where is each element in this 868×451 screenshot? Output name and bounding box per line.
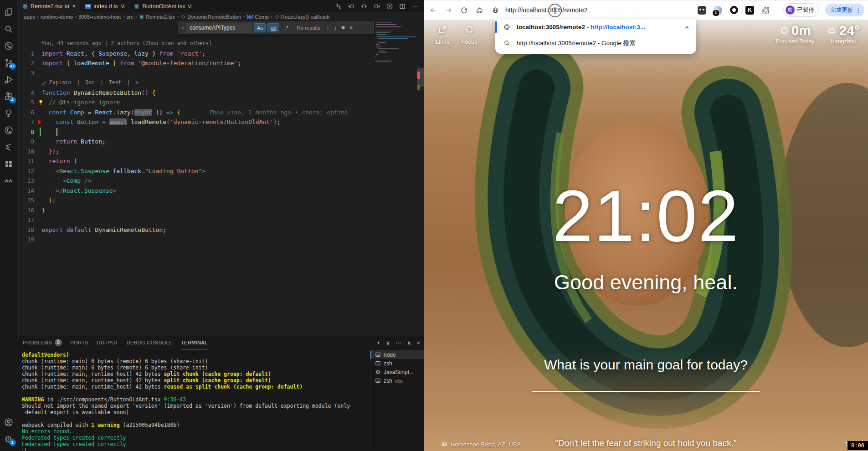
extension-globe-icon[interactable]: 1 bbox=[713, 5, 723, 15]
back-icon[interactable] bbox=[426, 4, 439, 16]
breadcrumb-item-apps[interactable]: apps bbox=[24, 14, 35, 20]
links-button[interactable]: Links bbox=[436, 25, 449, 45]
find-in-selection-icon[interactable]: ≡ bbox=[340, 24, 346, 31]
match-case-toggle[interactable]: Aa bbox=[254, 23, 266, 32]
activity-item-account-icon[interactable] bbox=[0, 414, 17, 430]
codelens-row[interactable]: Explain | Doc | Test | × bbox=[17, 78, 395, 88]
find-previous-icon[interactable]: ↑ bbox=[325, 24, 331, 31]
omnibox-suggestion[interactable]: localhost:3005/remote2 - http://localhos… bbox=[495, 19, 696, 35]
lightbulb-icon[interactable] bbox=[37, 99, 44, 106]
photo-location[interactable]: Horseshoe Bend, AZ, USA bbox=[441, 441, 521, 448]
activity-item-extensions-icon[interactable]: 4 bbox=[0, 88, 17, 105]
url-text[interactable]: http://localhost:3005/remote2 bbox=[505, 6, 588, 14]
breadcrumb-item-src[interactable]: src bbox=[126, 14, 133, 20]
panel-more-icon[interactable]: ⋯ bbox=[395, 339, 401, 346]
terminal-session-zsh[interactable]: zshdist bbox=[370, 376, 424, 385]
terminal-session-JavaScript[interactable]: ⚙JavaScript... bbox=[370, 368, 424, 376]
terminal-session-zsh[interactable]: zsh bbox=[370, 359, 424, 368]
tab-close-icon[interactable]: × bbox=[72, 3, 76, 10]
kagi-extension-icon[interactable]: K bbox=[745, 5, 755, 15]
activity-item-waves-extension-icon[interactable] bbox=[0, 172, 17, 189]
editor-tab-bar: Remote2.tsxM×TSindex.d.tsMButtonOldAnt.t… bbox=[17, 0, 424, 12]
breadcrumb-label: Comp bbox=[255, 14, 269, 20]
overview-ruler[interactable] bbox=[417, 21, 424, 336]
breadcrumb-item-Remote2.tsx[interactable]: Remote2.tsx bbox=[139, 14, 175, 20]
breadcrumb-separator: › bbox=[135, 14, 137, 20]
browser-menu-icon[interactable]: ⋮ bbox=[855, 6, 862, 14]
extension-ring-icon[interactable] bbox=[729, 5, 739, 15]
terminal-output[interactable]: defaultVendors)chunk (runtime: main) 6 b… bbox=[22, 352, 368, 451]
focus-stat[interactable]: 0m Focused Today bbox=[776, 23, 815, 45]
activity-item-settings-gear-icon[interactable]: ⚙1 bbox=[0, 430, 17, 447]
address-bar[interactable]: http://localhost:3005/remote2 bbox=[492, 3, 697, 17]
run-button-icon[interactable] bbox=[385, 2, 394, 10]
tab-ButtonOldAnt.tsx[interactable]: ButtonOldAnt.tsxM bbox=[129, 0, 196, 12]
panel-tab-terminal[interactable]: TERMINAL bbox=[181, 336, 208, 349]
panel-close-icon[interactable]: × bbox=[416, 339, 420, 346]
nav-circle-icon[interactable] bbox=[360, 2, 368, 10]
suggestion-remove-icon[interactable]: × bbox=[683, 22, 691, 32]
goal-input[interactable] bbox=[532, 391, 760, 392]
focus-button[interactable]: Focus bbox=[461, 25, 477, 45]
activity-item-gitlens-icon[interactable] bbox=[0, 122, 17, 138]
activity-item-grid-extension-icon[interactable] bbox=[0, 155, 17, 172]
tab-index.d.ts[interactable]: TSindex.d.tsM bbox=[80, 0, 129, 12]
terminal-line: WARNING in ./src/components/ButtonOldAnt… bbox=[22, 396, 368, 403]
new-terminal-icon[interactable]: + bbox=[377, 339, 380, 346]
panel-tab-problems[interactable]: PROBLEMS8 bbox=[23, 336, 62, 349]
activity-bar-top: 474 bbox=[0, 4, 17, 189]
find-input[interactable]: consumeAPITypes bbox=[186, 23, 252, 33]
extensions-puzzle-icon[interactable] bbox=[761, 5, 771, 15]
activity-item-testing-icon[interactable] bbox=[0, 105, 17, 122]
tab-Remote2.tsx[interactable]: Remote2.tsxM× bbox=[17, 0, 80, 12]
panel-maximize-icon[interactable]: ∧ bbox=[407, 339, 411, 346]
code-line-15: 15 ); bbox=[17, 195, 395, 205]
breadcrumb-item-DynamicRemoteButton[interactable]: DynamicRemoteButton bbox=[180, 14, 241, 20]
terminal-session-node[interactable]: node bbox=[370, 350, 424, 359]
regex-toggle[interactable]: .* bbox=[281, 24, 292, 32]
split-editor-icon[interactable] bbox=[398, 2, 406, 10]
location-label: Horseshoe Bend, AZ, USA bbox=[451, 441, 521, 448]
whole-word-toggle[interactable]: ab bbox=[267, 23, 279, 32]
extension-dark-icon[interactable] bbox=[697, 5, 707, 15]
minimap[interactable] bbox=[375, 22, 416, 72]
daily-quote[interactable]: "Don't let the fear of striking out hold… bbox=[555, 438, 736, 448]
panel-tab-debug-console[interactable]: DEBUG CONSOLE bbox=[127, 336, 173, 349]
more-actions-icon[interactable]: ⋯ bbox=[411, 2, 419, 10]
code-editor[interactable]: You, 43 seconds ago | 2 authors (Zhou xi… bbox=[17, 21, 424, 336]
activity-item-custom-extension-icon[interactable] bbox=[0, 138, 17, 155]
breadcrumb-item-React.lazy() callback[interactable]: React.lazy() callback bbox=[274, 14, 329, 20]
reload-icon[interactable] bbox=[457, 4, 470, 16]
profile-paused-pill[interactable]: 航 已暂停 bbox=[783, 3, 820, 17]
find-expand-icon[interactable]: › bbox=[181, 24, 185, 31]
panel-tab-ports[interactable]: PORTS bbox=[70, 336, 88, 349]
activity-item-search-icon[interactable] bbox=[0, 20, 17, 37]
find-close-icon[interactable]: × bbox=[348, 24, 354, 31]
line-number: 18 bbox=[17, 225, 41, 235]
nav-forward-icon[interactable] bbox=[373, 2, 381, 10]
weather-widget[interactable]: 24° Hangzhou bbox=[827, 23, 860, 45]
codelens-sparkle-icon bbox=[41, 80, 47, 86]
terminal-dropdown-icon[interactable]: ∨ bbox=[385, 339, 390, 346]
breadcrumb-item-runtime-demo[interactable]: runtime-demo bbox=[41, 14, 73, 20]
code-line-18: 18export default DynamicRemoteButton; bbox=[17, 225, 395, 235]
breadcrumb-item-Comp[interactable]: [@]Comp bbox=[247, 14, 268, 20]
find-next-icon[interactable]: ↓ bbox=[333, 24, 339, 31]
source-control-sync-icon[interactable] bbox=[334, 2, 343, 10]
codelens-test[interactable]: Test bbox=[109, 78, 122, 88]
codelens-close[interactable]: × bbox=[135, 78, 139, 88]
update-chrome-button[interactable]: 完成更新 ⋮ bbox=[825, 4, 864, 16]
activity-item-source-control-graph-icon[interactable] bbox=[0, 37, 17, 54]
panel-tab-output[interactable]: OUTPUT bbox=[97, 336, 118, 349]
codelens-explain[interactable]: Explain bbox=[49, 78, 71, 88]
forward-icon[interactable] bbox=[442, 4, 455, 16]
activity-item-source-control-icon[interactable]: 47 bbox=[0, 54, 17, 71]
activity-item-files-icon[interactable] bbox=[0, 4, 17, 20]
breadcrumb-item-3005-runtime-host[interactable]: 3005-runtime-host bbox=[78, 14, 121, 20]
nav-back-icon[interactable] bbox=[347, 2, 355, 10]
line-content: // @ts-ignore ignore bbox=[41, 97, 120, 108]
codelens-doc[interactable]: Doc bbox=[85, 78, 95, 88]
activity-item-run-debug-icon[interactable] bbox=[0, 71, 17, 88]
home-icon[interactable] bbox=[473, 4, 486, 16]
omnibox-suggestion[interactable]: http://localhost:3005/remote2 - Google 搜… bbox=[495, 35, 696, 51]
